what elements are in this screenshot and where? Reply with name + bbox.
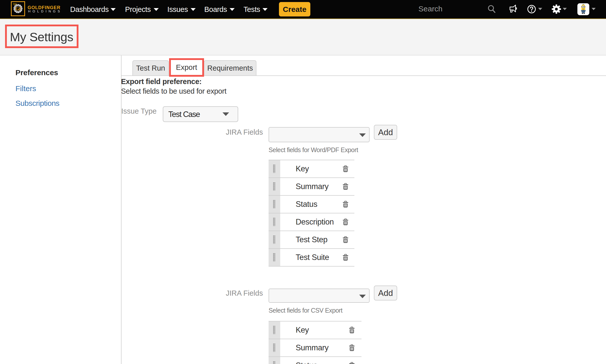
svg-text:Gf: Gf xyxy=(15,6,21,11)
